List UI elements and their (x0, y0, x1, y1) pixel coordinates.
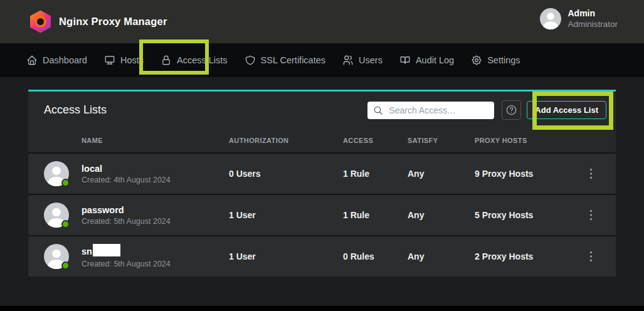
satisfy-cell: Any (408, 210, 475, 220)
kebab-menu-icon (589, 168, 593, 179)
user-menu[interactable]: Admin Administrator (540, 8, 618, 29)
nav-item-access-lists[interactable]: Access Lists (161, 55, 228, 66)
satisfy-cell: Any (408, 251, 475, 261)
created-date: Created: 5th August 2024 (82, 217, 171, 226)
help-button[interactable] (502, 100, 521, 120)
status-dot (61, 261, 70, 270)
authorization-cell: 1 User (229, 251, 343, 261)
row-avatar (44, 244, 69, 269)
main-nav: Dashboard Hosts Access Lists SSL Certifi… (0, 43, 644, 77)
add-access-list-button[interactable]: Add Access List (527, 101, 606, 119)
row-avatar (44, 161, 69, 186)
panel-header: Access Lists Add Access List (28, 92, 616, 129)
bottom-black-strip (0, 306, 644, 311)
book-icon (399, 55, 411, 66)
nav-label: Users (359, 55, 383, 65)
status-dot (61, 179, 70, 187)
access-list-name: local (82, 164, 102, 174)
help-circle-icon (505, 104, 517, 116)
brand: Nginx Proxy Manager (30, 0, 167, 43)
table-row: local Created: 4th August 2024 0 Users 1… (28, 152, 616, 194)
nav-label: Settings (487, 55, 520, 65)
proxy-hosts-cell: 5 Proxy Hosts (475, 210, 566, 220)
row-avatar (44, 203, 69, 228)
user-avatar (540, 8, 561, 29)
access-cell: 1 Rule (343, 210, 408, 220)
name-block: password Created: 5th August 2024 (82, 205, 171, 226)
search-box (367, 102, 494, 119)
table-row: sn Created: 5th August 2024 1 User 0 Rul… (28, 235, 616, 277)
app-window: Nginx Proxy Manager Admin Administrator … (0, 0, 644, 311)
nav-label: Hosts (120, 55, 144, 65)
shield-icon (245, 55, 256, 66)
status-dot (61, 220, 70, 228)
nav-item-audit-log[interactable]: Audit Log (399, 55, 454, 66)
page-title: Access Lists (44, 103, 367, 117)
users-icon (342, 55, 354, 66)
nav-label: Audit Log (416, 55, 454, 65)
access-cell: 0 Rules (343, 251, 408, 261)
access-lists-panel: Access Lists Add Access List NAME AUTHOR… (28, 90, 616, 277)
created-date: Created: 4th August 2024 (82, 176, 171, 184)
lock-icon (161, 55, 172, 66)
nav-item-users[interactable]: Users (342, 55, 383, 66)
column-header-name: NAME (28, 137, 229, 144)
home-icon (26, 55, 38, 66)
access-list-name: sn (82, 246, 92, 256)
name-block: local Created: 4th August 2024 (82, 164, 171, 184)
person-icon (540, 8, 561, 29)
app-title: Nginx Proxy Manager (59, 16, 167, 28)
access-cell: 1 Rule (343, 169, 408, 179)
proxy-hosts-cell: 2 Proxy Hosts (475, 251, 566, 261)
authorization-cell: 1 User (229, 210, 343, 220)
name-cell: local Created: 4th August 2024 (28, 161, 229, 186)
access-list-name: password (82, 205, 124, 215)
row-menu-button[interactable] (586, 248, 596, 265)
row-menu-button[interactable] (586, 166, 596, 182)
nav-item-hosts[interactable]: Hosts (104, 55, 144, 66)
search-input[interactable] (388, 105, 489, 116)
nav-label: SSL Certificates (261, 55, 325, 65)
kebab-menu-icon (589, 251, 593, 262)
app-logo-icon (30, 11, 51, 33)
redaction-box (93, 244, 120, 256)
top-header: Nginx Proxy Manager Admin Administrator (0, 0, 644, 43)
table-row: password Created: 5th August 2024 1 User… (28, 194, 616, 235)
name-cell: password Created: 5th August 2024 (28, 203, 229, 228)
nav-item-dashboard[interactable]: Dashboard (26, 55, 87, 66)
kebab-menu-icon (589, 209, 593, 221)
column-header-access: ACCESS (343, 137, 408, 144)
proxy-hosts-cell: 9 Proxy Hosts (475, 169, 566, 179)
logo-ring (34, 16, 46, 28)
user-role: Administrator (567, 19, 618, 29)
created-date: Created: 5th August 2024 (82, 260, 171, 268)
nav-item-ssl-certificates[interactable]: SSL Certificates (245, 55, 325, 66)
column-header-proxy-hosts: PROXY HOSTS (475, 137, 566, 144)
monitor-icon (104, 55, 115, 66)
column-header-satisfy: SATISFY (408, 137, 475, 144)
authorization-cell: 0 Users (229, 169, 343, 179)
satisfy-cell: Any (408, 169, 475, 179)
user-name: Admin (567, 8, 618, 19)
search-icon (373, 105, 383, 115)
nav-label: Dashboard (43, 55, 87, 65)
user-info: Admin Administrator (567, 8, 618, 29)
table-header: NAME AUTHORIZATION ACCESS SATISFY PROXY … (28, 129, 616, 152)
nav-item-settings[interactable]: Settings (471, 55, 520, 66)
name-block: sn Created: 5th August 2024 (82, 245, 171, 268)
row-menu-button[interactable] (586, 207, 596, 223)
name-cell: sn Created: 5th August 2024 (28, 244, 229, 269)
nav-label: Access Lists (177, 55, 228, 65)
column-header-authorization: AUTHORIZATION (229, 137, 343, 144)
gear-icon (471, 55, 482, 66)
